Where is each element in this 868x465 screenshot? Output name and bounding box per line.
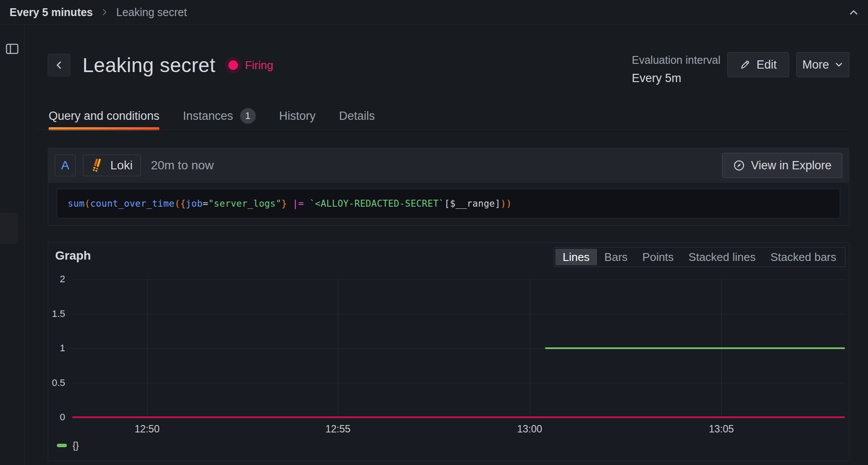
code-token: ( — [85, 198, 90, 209]
code-token — [304, 198, 310, 209]
query-body: sum(count_over_time({job="server_logs"} … — [48, 183, 849, 218]
mode-points[interactable]: Points — [635, 249, 681, 265]
chevron-left-icon — [54, 60, 64, 70]
tab-details[interactable]: Details — [339, 109, 375, 129]
firing-dot-icon — [228, 60, 238, 70]
compass-icon — [733, 159, 745, 171]
tab-history[interactable]: History — [279, 109, 316, 129]
panel-left-toggle-icon[interactable] — [5, 41, 20, 56]
chevron-up-icon[interactable] — [847, 6, 860, 19]
page-header: Leaking secret Firing — [48, 51, 273, 79]
x-axis-tick-label: 12:50 — [135, 423, 160, 435]
back-button[interactable] — [48, 54, 70, 76]
more-button[interactable]: More — [796, 52, 849, 77]
graph-panel: Graph Lines Bars Points Stacked lines St… — [48, 242, 849, 461]
mode-lines[interactable]: Lines — [555, 249, 597, 265]
tab-label: Details — [339, 109, 375, 123]
x-axis-tick-label: 13:05 — [709, 423, 734, 435]
alert-state-label: Firing — [245, 59, 273, 72]
edit-button-label: Edit — [756, 58, 777, 72]
query-expression: sum(count_over_time({job="server_logs"} … — [57, 189, 840, 218]
legend-series-label: {} — [73, 440, 79, 451]
graph-panel-title: Graph — [55, 249, 91, 263]
code-token: [$__range] — [444, 198, 500, 209]
y-axis-tick-label: 2 — [60, 274, 65, 285]
code-token: )) — [501, 198, 512, 209]
tab-label: Query and conditions — [49, 109, 159, 123]
legend-item[interactable]: {} — [57, 440, 79, 451]
y-gridline — [72, 279, 845, 280]
tabs-divider — [37, 129, 849, 130]
pencil-icon — [739, 59, 751, 70]
mode-stacked-bars[interactable]: Stacked bars — [763, 249, 844, 265]
legend-series-swatch — [57, 444, 67, 447]
chart-legend: {} — [57, 440, 79, 451]
y-axis-tick-label: 0.5 — [52, 377, 65, 389]
code-token: { — [180, 198, 186, 209]
evaluation-interval-value: Every 5m — [632, 72, 720, 85]
view-in-explore-label: View in Explore — [751, 159, 832, 172]
x-gridline — [147, 279, 148, 417]
more-button-label: More — [802, 58, 829, 72]
y-gridline — [72, 383, 845, 383]
x-gridline — [338, 279, 338, 417]
code-token: `<ALLOY-REDACTED-SECRET` — [310, 198, 445, 209]
breadcrumb-current: Leaking secret — [116, 6, 187, 19]
x-axis-tick-label: 13:00 — [517, 423, 542, 435]
page-title: Leaking secret — [83, 53, 215, 77]
code-token: count_over_time — [90, 198, 175, 209]
query-card: A Loki 20m to now View in Explore — [48, 148, 849, 226]
y-gridline — [72, 314, 845, 314]
breadcrumb-folder[interactable]: Every 5 minutes — [10, 6, 93, 19]
edit-button[interactable]: Edit — [727, 52, 789, 77]
evaluation-interval-block: Evaluation interval Every 5m — [632, 54, 720, 85]
query-header-row: A Loki 20m to now View in Explore — [48, 148, 849, 183]
time-range-label: 20m to now — [151, 158, 214, 172]
code-token: = — [203, 198, 208, 209]
series-line-zerobaseline — [72, 416, 845, 418]
chevron-down-icon — [835, 60, 843, 69]
evaluation-interval-label: Evaluation interval — [632, 54, 720, 66]
y-axis-tick-label: 1 — [60, 343, 65, 354]
tab-instances[interactable]: Instances 1 — [183, 109, 256, 129]
code-token: } — [281, 198, 287, 209]
tab-bar: Query and conditions Instances 1 History… — [49, 109, 375, 129]
instances-count-badge: 1 — [240, 108, 256, 124]
x-axis-tick-label: 12:55 — [326, 423, 351, 435]
top-nav-bar: Every 5 minutes Leaking secret — [0, 0, 868, 25]
datasource-name: Loki — [110, 158, 132, 172]
series-line- — [545, 347, 845, 349]
code-token — [287, 198, 293, 209]
tab-label: History — [279, 109, 316, 123]
loki-logo-icon — [91, 158, 104, 172]
mode-bars[interactable]: Bars — [597, 249, 635, 265]
chevron-right-icon — [101, 8, 109, 16]
alert-state-badge: Firing — [228, 59, 273, 72]
view-in-explore-button[interactable]: View in Explore — [722, 153, 842, 178]
code-token: ( — [175, 198, 180, 209]
code-token: |= — [293, 198, 304, 209]
code-token: sum — [68, 198, 85, 209]
graph-mode-toggle: Lines Bars Points Stacked lines Stacked … — [554, 247, 845, 267]
query-ref-id-button[interactable]: A — [55, 155, 76, 176]
rail-scroll-indicator — [0, 213, 18, 244]
mode-stacked-lines[interactable]: Stacked lines — [681, 249, 763, 265]
tab-query-and-conditions[interactable]: Query and conditions — [49, 109, 159, 129]
x-gridline — [530, 279, 530, 417]
left-rail — [0, 25, 25, 465]
y-axis-tick-label: 1.5 — [52, 308, 65, 320]
chart-plot: 21.510.5012:5012:5513:0013:05 — [72, 279, 845, 417]
datasource-button[interactable]: Loki — [83, 155, 141, 176]
y-axis-tick-label: 0 — [60, 412, 65, 423]
code-token: "server_logs" — [208, 198, 281, 209]
code-token: job — [186, 198, 203, 209]
tab-label: Instances — [183, 109, 233, 123]
